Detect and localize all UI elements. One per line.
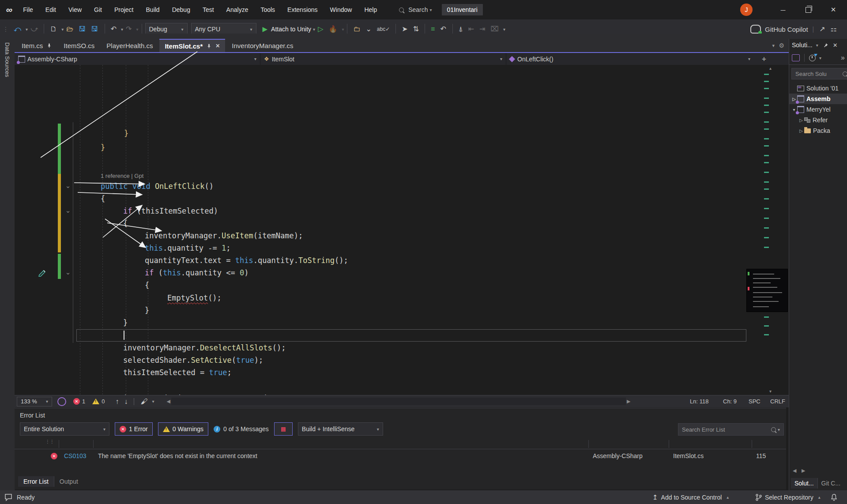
tree-item-solution01[interactable]: Solution '01 xyxy=(789,83,847,94)
feedback-icon[interactable]: ⚏ xyxy=(831,26,837,33)
warnings-filter-button[interactable]: 0 Warnings xyxy=(158,422,208,436)
collapse-chevron-icon[interactable]: ⌄ xyxy=(64,207,72,214)
menu-test[interactable]: Test xyxy=(196,0,220,19)
bookmark-icon[interactable]: ⍋ xyxy=(459,26,463,33)
close-icon[interactable]: ✕ xyxy=(833,42,838,49)
split-editor-icon[interactable]: + xyxy=(762,55,766,64)
pending-changes-icon[interactable]: ▾ xyxy=(809,55,821,61)
tab-itemsocs[interactable]: ItemSO.cs xyxy=(58,39,100,52)
open-folder-icon[interactable]: 🗁 xyxy=(66,26,73,33)
undo-icon[interactable]: ↶ xyxy=(111,26,117,33)
errors-filter-button[interactable]: ✕ 1 Error xyxy=(115,422,153,436)
menu-build[interactable]: Build xyxy=(140,0,166,19)
restore-button[interactable] xyxy=(796,0,821,19)
error-search-box[interactable]: Search Error List ▾ xyxy=(678,423,784,436)
menu-analyze[interactable]: Analyze xyxy=(220,0,255,19)
chevron-down-icon[interactable]: ▾ xyxy=(26,27,28,32)
next-bookmark-icon[interactable]: ⇥ xyxy=(479,26,485,33)
tab-itemcs[interactable]: Item.cs xyxy=(16,39,57,52)
save-all-icon[interactable]: 🖫 xyxy=(91,26,98,33)
pin-icon[interactable] xyxy=(207,44,211,49)
forward-icon[interactable]: ⤻ xyxy=(30,26,38,33)
panel-tab-solut[interactable]: Solut... xyxy=(791,478,818,489)
hscroll-track[interactable] xyxy=(171,398,626,405)
panel-tab-output[interactable]: Output xyxy=(54,476,83,487)
close-icon[interactable]: ✕ xyxy=(215,43,220,49)
scope-dropdown[interactable]: Entire Solution ▾ xyxy=(20,422,109,436)
minimap-scrollbar[interactable]: ▴ ▾ xyxy=(756,65,789,395)
prev-bookmark-icon[interactable]: ⇤ xyxy=(468,26,474,33)
tree-item-packa[interactable]: ▷Packa xyxy=(789,125,847,136)
tree-item-assemb[interactable]: ▷Assemb xyxy=(789,94,847,104)
code-editor[interactable]: }}1 reference | Gptpublic void OnLeftCli… xyxy=(15,65,756,395)
error-indicator[interactable]: ✕ 1 xyxy=(73,398,85,405)
share-icon[interactable]: ↗ xyxy=(819,26,825,33)
interactive-window-icon[interactable]: ⇅ xyxy=(413,26,419,33)
menu-extensions[interactable]: Extensions xyxy=(281,0,324,19)
panel-tab-error-list[interactable]: Error List xyxy=(18,476,54,487)
tab-list-icon[interactable]: ▾ xyxy=(772,43,775,49)
add-to-source-control[interactable]: ↥ Add to Source Control ▴ xyxy=(652,493,729,501)
toolbar-overflow-icon[interactable]: » xyxy=(841,54,845,62)
hscroll-right-icon[interactable]: ▶ xyxy=(802,468,805,474)
back-icon[interactable]: ⤺ xyxy=(14,26,21,33)
tab-itemslotcs[interactable]: ItemSlot.cs*✕ xyxy=(159,39,225,52)
minimap-viewport-thumb[interactable] xyxy=(746,269,788,312)
collapse-chevron-icon[interactable]: ⌄ xyxy=(64,182,72,190)
hscroll-right-icon[interactable]: ▶ xyxy=(627,399,630,404)
error-code[interactable]: CS0103 xyxy=(64,452,87,459)
tab-playerhealthcs[interactable]: PlayerHealth.cs xyxy=(101,39,158,52)
expander-icon[interactable]: ▷ xyxy=(798,128,804,133)
data-sources-strip[interactable]: Data Sources xyxy=(0,39,15,490)
clear-bookmarks-icon[interactable]: ⌧ xyxy=(491,26,499,33)
menu-window[interactable]: Window xyxy=(324,0,358,19)
menu-edit[interactable]: Edit xyxy=(39,0,62,19)
scroll-up-icon[interactable]: ▴ xyxy=(769,66,772,71)
save-icon[interactable]: 🖫 xyxy=(79,26,86,33)
menu-help[interactable]: Help xyxy=(358,0,383,19)
hot-reload-icon[interactable]: 🔥 xyxy=(328,26,337,33)
solution-search-box[interactable]: Search Solu xyxy=(791,68,847,79)
build-filter-dropdown[interactable]: Build + IntelliSense ▾ xyxy=(298,422,383,436)
bell-icon[interactable] xyxy=(831,494,837,501)
pin-icon[interactable] xyxy=(47,43,52,48)
hscroll-left-icon[interactable]: ◀ xyxy=(793,468,796,474)
menu-project[interactable]: Project xyxy=(108,0,140,19)
project-dropdown[interactable]: Assembly-CSharp ▾ xyxy=(15,53,260,65)
error-table-header[interactable]: ⋮⋮ xyxy=(15,439,786,449)
toolbar-overflow-icon[interactable]: ▾ xyxy=(503,27,505,32)
next-issue-icon[interactable]: ↓ xyxy=(124,398,128,405)
navigate-down-icon[interactable]: ⌄ xyxy=(365,26,371,33)
chevron-down-icon[interactable]: ▾ xyxy=(816,43,818,48)
health-icon[interactable] xyxy=(57,397,66,406)
speech-bubble-icon[interactable] xyxy=(4,493,12,501)
zoom-dropdown[interactable]: 133 %▾ xyxy=(17,397,52,406)
chevron-down-icon[interactable]: ▾ xyxy=(121,27,123,32)
tree-item-merryyel[interactable]: ▾MerryYel xyxy=(789,104,847,115)
menu-view[interactable]: View xyxy=(62,0,88,19)
member-dropdown[interactable]: OnLeftClick() ▾ xyxy=(506,53,754,65)
titlebar-search[interactable]: Search ▾ xyxy=(399,6,432,13)
chevron-down-icon[interactable]: ▾ xyxy=(61,27,64,32)
switch-views-icon[interactable] xyxy=(792,54,800,61)
menu-debug[interactable]: Debug xyxy=(166,0,196,19)
minimize-button[interactable]: ─ xyxy=(771,0,795,19)
indent-icon[interactable]: ≡ xyxy=(431,26,435,33)
panel-tab-gitc[interactable]: Git C... xyxy=(818,478,844,489)
broom-icon[interactable]: 🖌 xyxy=(140,398,147,405)
tab-inventorymanagercs[interactable]: InventoryManager.cs xyxy=(226,39,298,52)
margin-edit-icon[interactable] xyxy=(38,267,47,277)
user-avatar[interactable]: J xyxy=(740,4,753,16)
redo-icon[interactable]: ↷ xyxy=(126,26,132,33)
pin-icon[interactable] xyxy=(823,42,828,48)
multi-filter-button[interactable]: ▤ xyxy=(274,422,293,436)
menu-file[interactable]: File xyxy=(17,0,39,19)
table-row[interactable]: ✕CS0103The name 'EmptySlot' does not exi… xyxy=(15,451,786,462)
prev-issue-icon[interactable]: ↑ xyxy=(115,398,119,405)
gear-icon[interactable]: ⚙ xyxy=(779,42,784,49)
hscroll-left-icon[interactable]: ◀ xyxy=(167,399,170,404)
pointer-icon[interactable]: ➤ xyxy=(402,26,407,33)
new-project-icon[interactable]: 🗋 xyxy=(50,26,57,33)
spellcheck-icon[interactable]: abc✓ xyxy=(377,26,390,32)
solution-explorer-header[interactable]: Soluti... ▾ ✕ xyxy=(789,39,847,51)
